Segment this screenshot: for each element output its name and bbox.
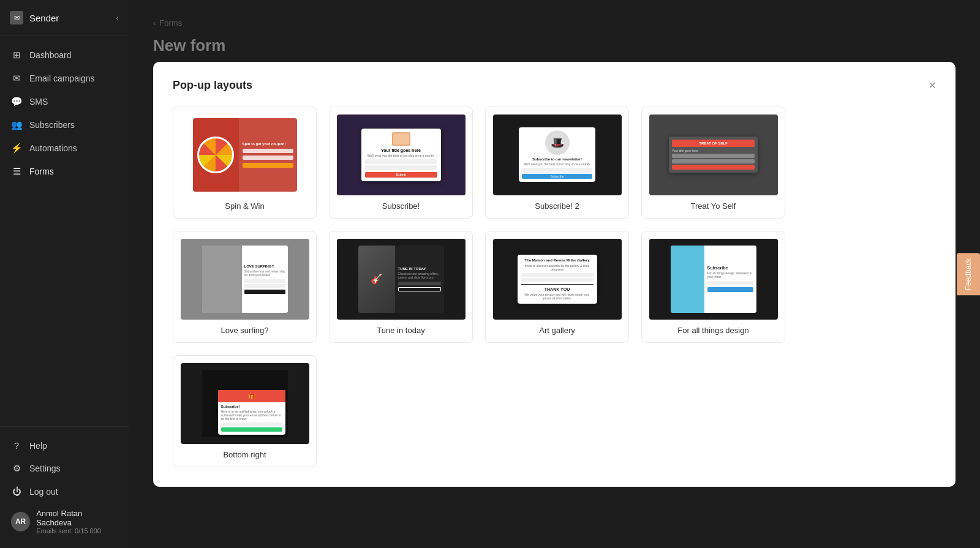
settings-icon: ⚙ <box>11 463 22 474</box>
sidebar-bottom: ? Help ⚙ Settings ⏻ Log out AR Anmol Rat… <box>0 426 129 548</box>
user-name: Anmol Ratan Sachdeva <box>36 509 118 527</box>
automations-icon: ⚡ <box>11 143 22 154</box>
layout-label: Subscribe! 2 <box>535 201 579 211</box>
feedback-button[interactable]: Feedback <box>957 253 980 295</box>
layout-card-treat-yo-self[interactable]: TREAT OF SELF Your title goes here Treat… <box>641 107 785 219</box>
sidebar-item-email-campaigns[interactable]: ✉ Email campaigns <box>0 67 129 90</box>
sidebar-item-forms[interactable]: ☰ Forms <box>0 160 129 183</box>
spin-wheel <box>197 137 234 173</box>
layout-preview-for-all-things-design: Subscribe For all things design, deliver… <box>649 239 778 320</box>
layout-card-tune-in-today[interactable]: 🎸 TUNE IN TODAY Check out our amazing of… <box>329 231 473 343</box>
sidebar-user: AR Anmol Ratan Sachdeva Emails sent: 0/1… <box>0 503 129 541</box>
logo-icon: ✉ <box>10 11 23 24</box>
layout-preview-subscribe2: 🎩 Subscribe to our newsletter! We'll sen… <box>493 114 622 195</box>
sidebar-item-dashboard[interactable]: ⊞ Dashboard <box>0 43 129 67</box>
sidebar-nav: ⊞ Dashboard ✉ Email campaigns 💬 SMS 👥 Su… <box>0 36 129 426</box>
layout-card-for-all-things-design[interactable]: Subscribe For all things design, deliver… <box>641 231 785 343</box>
email-icon: ✉ <box>11 73 22 84</box>
sidebar-logo-text: Sender <box>29 13 59 23</box>
layout-label: Art gallery <box>539 326 575 335</box>
layout-card-subscribe[interactable]: Your title goes here We'll send you the … <box>329 107 473 219</box>
popup-layouts-modal: Pop-up layouts × Spin to get your coupon… <box>153 62 956 487</box>
layout-preview-bottom-right: 🎁 Subscribe! Here is to be notified when… <box>181 363 309 444</box>
sidebar-item-label: Email campaigns <box>29 73 95 83</box>
sidebar-item-label: Log out <box>29 487 58 497</box>
layout-card-love-surfing[interactable]: LOVE SURFING? Subscribe now and never st… <box>173 231 317 343</box>
sidebar-item-help[interactable]: ? Help <box>0 434 129 457</box>
layout-label: Love surfing? <box>221 326 268 335</box>
layouts-grid: Spin to get your coupon! Spin & Win <box>173 107 936 467</box>
modal-title: Pop-up layouts <box>173 79 252 92</box>
layout-preview-art-gallery: The Maison and Reema Miller Gallery Invi… <box>493 239 622 320</box>
sidebar-logo: ✉ Sender <box>10 11 59 24</box>
layout-card-bottom-right[interactable]: 🎁 Subscribe! Here is to be notified when… <box>173 355 317 467</box>
sidebar-item-sms[interactable]: 💬 SMS <box>0 90 129 113</box>
sidebar-item-label: SMS <box>29 97 48 107</box>
layout-card-spin-win[interactable]: Spin to get your coupon! Spin & Win <box>173 107 317 219</box>
sidebar-item-label: Settings <box>29 464 61 473</box>
layout-label: Bottom right <box>223 450 266 459</box>
sidebar-item-label: Automations <box>29 143 77 153</box>
layout-label: Treat Yo Self <box>691 201 736 211</box>
layout-preview-subscribe: Your title goes here We'll send you the … <box>337 114 466 195</box>
sidebar-item-label: Forms <box>29 167 54 176</box>
sms-icon: 💬 <box>11 96 22 107</box>
avatar: AR <box>11 512 30 531</box>
layout-preview-love-surfing: LOVE SURFING? Subscribe now and never st… <box>181 239 309 320</box>
layout-label: Spin & Win <box>225 201 264 211</box>
subscribe2-image: 🎩 <box>545 130 570 155</box>
layout-preview-treat-yo-self: TREAT OF SELF Your title goes here <box>649 114 778 195</box>
layout-preview-spin-win: Spin to get your coupon! <box>181 114 309 195</box>
layout-card-subscribe2[interactable]: 🎩 Subscribe to our newsletter! We'll sen… <box>485 107 629 219</box>
layout-card-art-gallery[interactable]: The Maison and Reema Miller Gallery Invi… <box>485 231 629 343</box>
layout-label: For all things design <box>677 326 748 335</box>
user-info: Anmol Ratan Sachdeva Emails sent: 0/15 0… <box>36 509 118 535</box>
modal-overlay: Pop-up layouts × Spin to get your coupon… <box>129 0 980 548</box>
sidebar-item-label: Dashboard <box>29 50 72 60</box>
layout-preview-tune-in-today: 🎸 TUNE IN TODAY Check out our amazing of… <box>337 239 466 320</box>
sidebar-item-label: Subscribers <box>29 120 75 130</box>
modal-close-button[interactable]: × <box>929 79 936 91</box>
sidebar: ✉ Sender ‹ ⊞ Dashboard ✉ Email campaigns… <box>0 0 129 548</box>
sidebar-item-logout[interactable]: ⏻ Log out <box>0 480 129 503</box>
subscribers-icon: 👥 <box>11 119 22 130</box>
help-icon: ? <box>11 440 22 451</box>
sidebar-item-settings[interactable]: ⚙ Settings <box>0 457 129 480</box>
sidebar-collapse-button[interactable]: ‹ <box>116 13 119 23</box>
sidebar-item-label: Help <box>29 441 47 451</box>
layout-label: Subscribe! <box>382 201 420 211</box>
forms-icon: ☰ <box>11 166 22 177</box>
layout-label: Tune in today <box>377 326 424 335</box>
sidebar-item-subscribers[interactable]: 👥 Subscribers <box>0 113 129 137</box>
dashboard-icon: ⊞ <box>11 50 22 61</box>
user-subtitle: Emails sent: 0/15 000 <box>36 527 118 535</box>
main-content: ‹ Forms New form Pop-up layouts × <box>129 0 980 548</box>
sidebar-item-automations[interactable]: ⚡ Automations <box>0 137 129 160</box>
logout-icon: ⏻ <box>11 486 22 497</box>
sidebar-header: ✉ Sender ‹ <box>0 0 129 36</box>
modal-header: Pop-up layouts × <box>173 79 936 92</box>
